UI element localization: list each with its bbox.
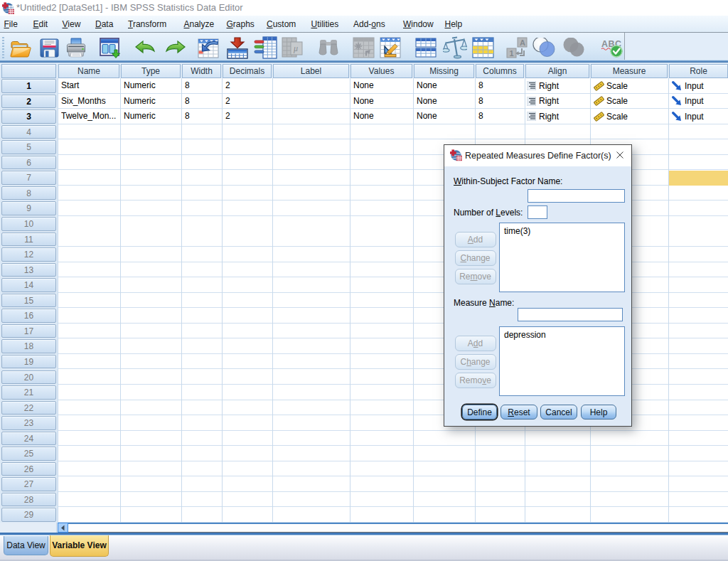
svg-text:A: A xyxy=(520,38,525,47)
svg-text:μ: μ xyxy=(293,43,298,53)
svg-text:1: 1 xyxy=(510,49,514,58)
